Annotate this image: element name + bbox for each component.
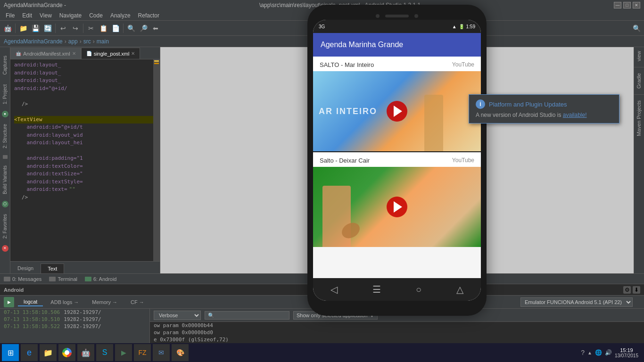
toolbar-back[interactable]: ⬅	[150, 23, 161, 34]
side-tab-captures[interactable]: Captures	[0, 51, 9, 80]
breadcrumb-app[interactable]: app	[68, 38, 78, 45]
side-tab-gradle[interactable]: Gradle	[634, 69, 644, 92]
code-line-4: android:id="@+id/	[14, 85, 156, 93]
taskbar-app8[interactable]: ✉	[153, 344, 170, 361]
taskbar-filezilla[interactable]: FZ	[134, 344, 151, 361]
play-button-1[interactable]	[387, 101, 407, 122]
strip-messages[interactable]: 0: Messages	[4, 276, 41, 282]
taskbar-android-studio[interactable]: 🤖	[77, 344, 94, 361]
side-tab-project[interactable]: 1: Project	[0, 80, 9, 109]
side-tab-maven[interactable]: Maven Projects	[634, 97, 644, 140]
skype-icon: S	[102, 348, 107, 357]
right-tab-sep-2	[634, 94, 644, 95]
toolbar-sync[interactable]: 🔄	[42, 23, 53, 34]
breadcrumb-project[interactable]: AgendaMarinhaGrande	[4, 38, 63, 45]
battery-icon: 🔋	[459, 24, 464, 29]
side-tab-structure[interactable]: 2: Structure	[0, 119, 9, 153]
toolbar-save[interactable]: 💾	[30, 23, 41, 34]
code-line-1: android:layout_	[14, 61, 156, 69]
nav-search-icon[interactable]: ○	[416, 284, 421, 295]
code-line-16: android:textStyle=	[14, 178, 156, 186]
video-thumb-2[interactable]	[313, 167, 481, 247]
side-tab-view[interactable]: view	[634, 47, 644, 65]
toolbar-copy[interactable]: 📋	[98, 23, 109, 34]
toolbar-search[interactable]: 🔍	[125, 23, 137, 34]
strip-terminal[interactable]: Terminal	[49, 276, 77, 282]
tray-volume-icon[interactable]: 🔊	[605, 349, 612, 356]
minimize-button[interactable]: —	[614, 2, 621, 8]
nav-home-icon[interactable]: ☰	[372, 284, 381, 295]
tray-clock: 15:19 13/07/2015	[615, 347, 638, 358]
tab-design[interactable]: Design	[10, 263, 41, 273]
toolbar-undo[interactable]: ↩	[58, 23, 69, 34]
tray-help-icon[interactable]: ?	[581, 349, 585, 356]
gear-icon[interactable]: ⚙	[623, 286, 631, 294]
menu-edit[interactable]: Edit	[18, 11, 36, 20]
menu-code[interactable]: Code	[85, 11, 107, 20]
taskbar-ie[interactable]: e	[21, 344, 38, 361]
taskbar-explorer[interactable]: 📁	[40, 344, 57, 361]
tab-cf[interactable]: CF →	[125, 298, 150, 306]
phone-app-title: Agenda Marinha Grande	[321, 41, 403, 49]
toolbar-search-right[interactable]: 🔍	[631, 23, 642, 34]
video-thumb-1[interactable]: AR INTEIRO	[313, 71, 481, 151]
video-1-source: YouTube	[452, 61, 474, 68]
notif-message: A new version of Android Studio is	[476, 112, 561, 118]
video-card-2-header: Salto - Deixar Cair YouTube	[313, 152, 481, 167]
toolbar-redo[interactable]: ↪	[70, 23, 81, 34]
emulator-select[interactable]: Emulator FUNCIONA Android 5.1 (API 22)	[520, 297, 633, 307]
download-icon[interactable]: ⬇	[633, 286, 640, 294]
tab-singlepost[interactable]: 📄 single_post.xml ✕	[81, 48, 140, 59]
taskbar-app6[interactable]: ▶	[115, 344, 132, 361]
code-editor[interactable]: android:layout_ android:layout_ android:…	[10, 59, 160, 261]
menu-analyze[interactable]: Analyze	[107, 11, 134, 20]
log-entry-2: 07-13 13:58:10.510 19282-19297/	[0, 316, 149, 323]
tab-memory[interactable]: Memory →	[86, 298, 123, 306]
taskbar-skype[interactable]: S	[96, 344, 113, 361]
log-time-3: 07-13 13:58:10.522	[4, 323, 60, 329]
tray-network-icon[interactable]: 🌐	[595, 349, 602, 356]
tab-logcat[interactable]: logcat	[18, 298, 43, 306]
breadcrumb-main[interactable]: main	[97, 38, 109, 45]
log-time-2: 07-13 13:58:10.510	[4, 316, 60, 322]
menu-view[interactable]: View	[36, 11, 56, 20]
code-line-5	[14, 92, 156, 100]
toolbar-android-icon[interactable]: 🤖	[2, 23, 13, 34]
verbose-select[interactable]: Verbose Debug Info Warn Error	[154, 311, 201, 320]
start-button[interactable]: ⊞	[2, 344, 19, 361]
menu-navigate[interactable]: Navigate	[56, 11, 85, 20]
code-line-15: android:textSize="	[14, 170, 156, 178]
side-tab-build-variants[interactable]: Build Variants	[0, 161, 9, 199]
tab-androidmanifest[interactable]: 🤖 AndroidManifest.xml ✕	[10, 48, 81, 59]
side-tab-favorites[interactable]: 2: Favorites	[0, 209, 9, 243]
build-icon: ⬡	[2, 201, 8, 207]
strip-android[interactable]: 6: Android	[85, 276, 117, 282]
phone-speaker	[385, 15, 409, 17]
nav-back-icon[interactable]: ◁	[330, 284, 338, 295]
breadcrumb-src[interactable]: src	[83, 38, 91, 45]
log-search-input[interactable]	[205, 311, 289, 320]
app8-icon: ✉	[158, 349, 164, 356]
play-button-2[interactable]	[387, 197, 407, 217]
project-icon: ●	[2, 111, 8, 117]
close-button[interactable]: ✕	[633, 2, 640, 8]
menu-file[interactable]: File	[2, 11, 18, 20]
tab-text[interactable]: Text	[41, 263, 64, 273]
maximize-button[interactable]: □	[623, 2, 631, 8]
tab-adb-logs[interactable]: ADB logs →	[45, 298, 84, 306]
tray-arrow[interactable]: ▲	[587, 350, 592, 355]
tab-singlepost-close[interactable]: ✕	[131, 51, 135, 56]
ie-icon: e	[27, 348, 32, 358]
taskbar-paint[interactable]: 🎨	[172, 344, 189, 361]
code-line-3: android:layout_	[14, 77, 156, 85]
nav-apps-icon[interactable]: △	[456, 284, 463, 295]
toolbar-open[interactable]: 📁	[17, 23, 29, 34]
toolbar-replace[interactable]: 🔎	[138, 23, 149, 34]
tab-androidmanifest-close[interactable]: ✕	[72, 51, 76, 56]
taskbar-chrome[interactable]	[58, 344, 75, 361]
toolbar-paste[interactable]: 📄	[110, 23, 121, 34]
toolbar-cut[interactable]: ✂	[85, 23, 97, 34]
notif-link[interactable]: available!	[563, 112, 587, 118]
code-line-11: android:layout_hei	[14, 139, 156, 147]
menu-refactor[interactable]: Refactor	[134, 11, 163, 20]
